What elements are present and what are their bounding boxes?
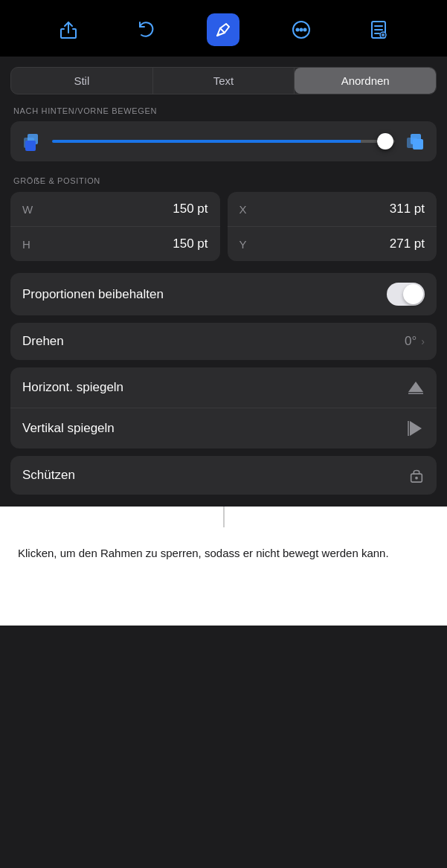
drehen-right: 0° › bbox=[405, 334, 425, 349]
schuetzen-label: Schützen bbox=[22, 468, 75, 483]
x-row[interactable]: X 311 pt bbox=[228, 192, 437, 227]
format-button[interactable] bbox=[207, 13, 239, 46]
svg-point-24 bbox=[415, 477, 418, 480]
tab-anordnen[interactable]: Anordnen bbox=[295, 68, 436, 94]
layer-section-label: NACH HINTEN/VORNE BEWEGEN bbox=[10, 106, 437, 115]
tab-stil[interactable]: Stil bbox=[11, 68, 153, 94]
svg-rect-16 bbox=[413, 139, 423, 150]
horizont-spiegeln-label: Horizont. spiegeln bbox=[22, 380, 123, 395]
y-row[interactable]: Y 271 pt bbox=[228, 227, 437, 261]
y-value: 271 pt bbox=[257, 237, 425, 251]
horizont-spiegeln-row[interactable]: Horizont. spiegeln bbox=[10, 367, 437, 408]
svg-point-1 bbox=[296, 29, 298, 31]
doc-button[interactable] bbox=[362, 13, 395, 46]
layer-back-icon bbox=[22, 132, 42, 151]
layer-slider[interactable] bbox=[52, 134, 395, 149]
tooltip-text: Klicken, um den Rahmen zu sperren, sodas… bbox=[18, 521, 429, 562]
x-value: 311 pt bbox=[257, 202, 425, 216]
vertikal-spiegeln-icon bbox=[407, 419, 425, 437]
drehen-section: Drehen 0° › bbox=[10, 323, 437, 360]
tooltip-area: Klicken, um den Rahmen zu sperren, sodas… bbox=[0, 507, 447, 626]
drehen-row[interactable]: Drehen 0° › bbox=[10, 323, 437, 360]
drehen-value: 0° bbox=[405, 334, 417, 349]
x-label: X bbox=[239, 203, 257, 216]
width-value: 150 pt bbox=[40, 202, 208, 216]
tab-text[interactable]: Text bbox=[153, 68, 295, 94]
drehen-chevron: › bbox=[421, 335, 425, 347]
undo-button[interactable] bbox=[129, 13, 162, 46]
size-section-label: GRÖẞE & POSITION bbox=[10, 176, 437, 186]
main-content: NACH HINTEN/VORNE BEWEGEN GRÖẞE & POSITI… bbox=[0, 94, 447, 507]
proportionen-row[interactable]: Proportionen beibehalten bbox=[10, 273, 437, 315]
proportionen-toggle[interactable] bbox=[387, 283, 425, 306]
height-value: 150 pt bbox=[40, 237, 208, 251]
y-label: Y bbox=[239, 238, 257, 251]
more-button[interactable] bbox=[285, 13, 318, 46]
vertikal-spiegeln-label: Vertikal spiegeln bbox=[22, 421, 115, 436]
lock-icon bbox=[408, 467, 425, 483]
share-button[interactable] bbox=[52, 13, 85, 46]
mirror-section: Horizont. spiegeln Vertikal spiegeln bbox=[10, 367, 437, 449]
svg-marker-18 bbox=[416, 382, 423, 392]
toggle-thumb bbox=[403, 284, 423, 304]
drehen-label: Drehen bbox=[22, 334, 64, 349]
tooltip-line bbox=[223, 507, 224, 527]
width-row[interactable]: W 150 pt bbox=[10, 192, 220, 227]
svg-marker-17 bbox=[408, 382, 416, 392]
proportionen-label: Proportionen beibehalten bbox=[22, 287, 164, 302]
lock-section: Schützen bbox=[10, 456, 437, 495]
svg-marker-21 bbox=[410, 428, 422, 436]
svg-marker-20 bbox=[410, 421, 422, 428]
layer-slider-container bbox=[10, 121, 437, 161]
svg-point-3 bbox=[303, 29, 306, 31]
width-label: W bbox=[22, 203, 40, 216]
svg-point-2 bbox=[300, 29, 302, 31]
size-xy-box: X 311 pt Y 271 pt bbox=[228, 192, 437, 261]
height-row[interactable]: H 150 pt bbox=[10, 227, 220, 261]
tab-bar: Stil Text Anordnen bbox=[10, 67, 437, 94]
size-grid: W 150 pt H 150 pt X 311 pt Y 271 pt bbox=[10, 192, 437, 261]
schuetzen-row[interactable]: Schützen bbox=[10, 456, 437, 495]
toolbar bbox=[0, 0, 447, 57]
size-wh-box: W 150 pt H 150 pt bbox=[10, 192, 220, 261]
size-position-section: GRÖẞE & POSITION W 150 pt H 150 pt X 311… bbox=[10, 176, 437, 261]
layer-front-icon bbox=[405, 132, 425, 151]
height-label: H bbox=[22, 238, 40, 251]
horizont-spiegeln-icon bbox=[407, 379, 425, 396]
vertikal-spiegeln-row[interactable]: Vertikal spiegeln bbox=[10, 408, 437, 449]
svg-rect-13 bbox=[25, 141, 36, 151]
